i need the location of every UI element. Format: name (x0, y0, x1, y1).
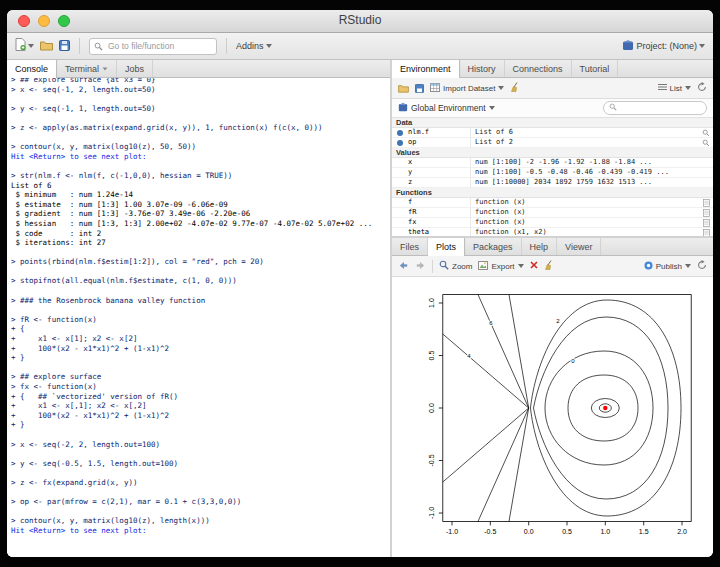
tab-plots[interactable]: Plots (428, 238, 465, 256)
console-line: > ## explore surface (11, 372, 388, 382)
environment-scope-select[interactable]: Global Environment (398, 102, 495, 114)
console-line (11, 305, 388, 315)
publish-plot-button[interactable]: Publish (644, 261, 691, 272)
refresh-plot-button[interactable] (697, 260, 707, 272)
tab-console[interactable]: Console (7, 60, 57, 78)
console-line: > ## explore surface {at x3 = 0} (11, 78, 388, 85)
search-icon (94, 37, 103, 55)
console-line: > op <- par(mfrow = c(2,1), mar = 0.1 + … (11, 497, 388, 507)
tab-help[interactable]: Help (522, 238, 558, 255)
environment-search-box[interactable] (603, 101, 707, 115)
console-line: > str(nlm.f <- nlm(f, c(-1,0,0), hessian… (11, 171, 388, 181)
tab-environment[interactable]: Environment (392, 60, 460, 78)
console-line: > z <- fx(expand.grid(x, y)) (11, 478, 388, 488)
console-line: + { ## `vectorized' version of fR() (11, 392, 388, 402)
tab-terminal[interactable]: Terminal (57, 60, 117, 77)
goto-file-input[interactable] (106, 40, 212, 52)
env-object-name: nlm.f (392, 128, 470, 137)
console-line: $ minimum : num 1.24e-14 (11, 190, 388, 200)
tab-connections[interactable]: Connections (505, 60, 572, 77)
env-row-fx[interactable]: fxfunction (x) (392, 218, 713, 228)
save-workspace-button[interactable] (415, 84, 424, 93)
inspect-object-icon[interactable] (702, 139, 710, 150)
chevron-down-icon (266, 44, 272, 48)
env-row-x[interactable]: xnum [1:100] -2 -1.96 -1.92 -1.88 -1.84 … (392, 158, 713, 168)
console-line: Hit <Return> to see next plot: (11, 152, 388, 162)
clear-all-plots-button[interactable] (544, 260, 554, 272)
minimize-window-button[interactable] (38, 15, 50, 27)
save-button[interactable] (59, 37, 70, 55)
remove-plot-button[interactable] (530, 261, 538, 271)
env-row-op[interactable]: opList of 2 (392, 138, 713, 148)
console-line: Hit <Return> to see next plot: (11, 526, 388, 536)
toolbar-separator (432, 260, 433, 273)
console-line: > y <- seq(-0.5, 1.5, length.out=100) (11, 459, 388, 469)
console-line: > fx <- function(x) (11, 382, 388, 392)
zoom-window-button[interactable] (58, 15, 70, 27)
goto-file-search[interactable] (89, 38, 217, 55)
env-section-header: Values (392, 148, 713, 158)
tab-tutorial-label: Tutorial (580, 64, 610, 74)
console-scroll-area[interactable]: > ## explore surface {at x3 = 0}> x <- s… (7, 78, 390, 557)
save-floppy-icon (59, 37, 70, 55)
environment-scope-row: Global Environment (392, 99, 713, 118)
y-tick-label: 1.0 (428, 298, 435, 308)
plots-pane: Files Plots Packages Help Viewer Zoom (392, 238, 713, 557)
import-dataset-button[interactable]: Import Dataset (430, 83, 504, 94)
import-dataset-label: Import Dataset (443, 84, 495, 93)
object-type-icon (397, 130, 403, 136)
title-bar: RStudio (7, 10, 713, 33)
env-row-nlm.f[interactable]: nlm.fList of 6 (392, 128, 713, 138)
env-object-name: f (392, 198, 470, 207)
zoom-plot-button[interactable]: Zoom (439, 260, 472, 272)
tab-packages[interactable]: Packages (465, 238, 522, 255)
export-plot-button[interactable]: Export (478, 261, 523, 272)
env-row-f[interactable]: ffunction (x) (392, 198, 713, 208)
next-plot-button[interactable] (415, 261, 426, 272)
tab-history[interactable]: History (460, 60, 505, 77)
console-line: + 100*(x2 - x1*x1)^2 + (1-x1)^2 (11, 344, 388, 354)
publish-icon (644, 261, 653, 272)
console-tabbar: Console Terminal Jobs (7, 60, 390, 78)
env-row-fR[interactable]: fRfunction (x) (392, 208, 713, 218)
new-file-button[interactable] (15, 37, 34, 55)
tab-tutorial[interactable]: Tutorial (572, 60, 619, 77)
env-object-value: function (x) (470, 198, 713, 207)
env-object-value: List of 2 (470, 138, 713, 147)
console-line: > contour(x, y, matrix(log10(z), 50, 50)… (11, 142, 388, 152)
environment-display-mode-button[interactable]: List (658, 83, 691, 93)
refresh-environment-button[interactable] (697, 82, 707, 94)
broom-icon (544, 260, 554, 272)
object-type-icon (397, 140, 403, 146)
tab-connections-label: Connections (513, 64, 563, 74)
y-tick-label: 0.5 (428, 351, 435, 361)
env-object-value: num [1:100] -2 -1.96 -1.92 -1.88 -1.84 .… (470, 158, 713, 167)
x-tick-label: 2.0 (677, 528, 687, 535)
tab-jobs[interactable]: Jobs (117, 60, 153, 77)
red-x-icon (530, 261, 538, 271)
desktop-background: RStudio Addins (0, 0, 720, 567)
previous-plot-button[interactable] (398, 261, 409, 272)
env-object-name: fR (392, 208, 470, 217)
project-menu-button[interactable]: Project: (None) (622, 37, 705, 55)
console-line: + } (11, 353, 388, 363)
env-row-z[interactable]: znum [1:10000] 2034 1892 1759 1632 1513 … (392, 178, 713, 188)
env-object-name: op (392, 138, 470, 147)
open-file-button[interactable] (40, 37, 53, 55)
view-function-icon[interactable] (703, 229, 710, 237)
tab-files[interactable]: Files (392, 238, 428, 255)
env-section-header: Data (392, 118, 713, 128)
addins-menu-button[interactable]: Addins (236, 41, 272, 51)
load-workspace-button[interactable] (398, 84, 409, 93)
chevron-down-icon (103, 67, 108, 70)
y-tick-label: -0.5 (428, 454, 435, 466)
window-title: RStudio (7, 10, 713, 31)
tab-viewer[interactable]: Viewer (557, 238, 601, 255)
env-row-theta[interactable]: thetafunction (x1, x2) (392, 228, 713, 236)
clear-environment-button[interactable] (510, 82, 520, 94)
close-window-button[interactable] (18, 15, 30, 27)
tab-terminal-label: Terminal (65, 64, 99, 74)
console-line: > x <- seq(-2, 2, length.out=100) (11, 440, 388, 450)
env-row-y[interactable]: ynum [1:100] -0.5 -0.48 -0.46 -0.439 -0.… (392, 168, 713, 178)
publish-label: Publish (656, 262, 682, 271)
